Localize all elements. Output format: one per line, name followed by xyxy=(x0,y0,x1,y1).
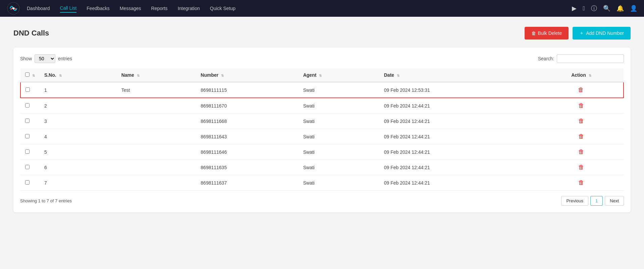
table-row: 1 Test 8698111115 Swati 09 Feb 2024 12:5… xyxy=(20,82,624,98)
row-agent: Swati xyxy=(299,144,379,160)
delete-button[interactable]: 🗑 xyxy=(578,118,584,125)
page-container: DND Calls 🗑 Bulk Delete ＋ Add DND Number… xyxy=(0,17,644,222)
sort-arrows-sno[interactable]: ⇅ xyxy=(59,74,62,77)
show-label: Show xyxy=(20,56,32,61)
search-label: Search: xyxy=(538,56,554,61)
row-checkbox[interactable] xyxy=(25,119,30,123)
page-1-button[interactable]: 1 xyxy=(590,196,603,206)
add-dnd-button[interactable]: ＋ Add DND Number xyxy=(573,27,631,40)
table-row: 7 8698111637 Swati 09 Feb 2024 12:44:21 … xyxy=(20,175,624,191)
row-action: 🗑 xyxy=(539,114,624,129)
row-agent: Swati xyxy=(299,114,379,129)
delete-button[interactable]: 🗑 xyxy=(578,179,584,186)
row-checkbox[interactable] xyxy=(25,165,30,169)
row-date: 09 Feb 2024 12:44:21 xyxy=(379,175,539,191)
nav-feedbacks[interactable]: Feedbacks xyxy=(87,4,109,12)
row-name xyxy=(117,129,196,144)
row-sno: 3 xyxy=(40,114,117,129)
th-number: Number ⇅ xyxy=(196,68,298,82)
bulk-delete-button[interactable]: 🗑 Bulk Delete xyxy=(525,27,569,40)
search-input[interactable] xyxy=(557,54,624,63)
table-head: ⇅ S.No. ⇅ Name ⇅ Number ⇅ Ag xyxy=(20,68,624,82)
header-actions: 🗑 Bulk Delete ＋ Add DND Number xyxy=(525,27,631,40)
row-date: 09 Feb 2024 12:44:21 xyxy=(379,129,539,144)
search-box: Search: xyxy=(538,54,624,63)
table-row: 2 8698111670 Swati 09 Feb 2024 12:44:21 … xyxy=(20,98,624,114)
row-agent: Swati xyxy=(299,129,379,144)
row-number: 8698111635 xyxy=(196,160,298,175)
row-date: 09 Feb 2024 12:44:21 xyxy=(379,98,539,114)
show-entries: Show 10 25 50 100 entries xyxy=(20,54,72,63)
sort-arrows-agent[interactable]: ⇅ xyxy=(319,74,322,77)
table-controls: Show 10 25 50 100 entries Search: xyxy=(20,54,624,63)
row-sno: 2 xyxy=(40,98,117,114)
select-all-checkbox[interactable] xyxy=(25,72,30,77)
previous-button[interactable]: Previous xyxy=(561,196,588,206)
row-checkbox[interactable] xyxy=(25,134,30,138)
apple-icon[interactable]:  xyxy=(583,5,585,12)
row-number: 8698111643 xyxy=(196,129,298,144)
delete-button[interactable]: 🗑 xyxy=(578,102,584,109)
svg-point-1 xyxy=(12,7,14,9)
sort-arrows-date[interactable]: ⇅ xyxy=(397,74,399,77)
th-sno: S.No. ⇅ xyxy=(40,68,117,82)
row-checkbox[interactable] xyxy=(25,103,30,108)
page-header: DND Calls 🗑 Bulk Delete ＋ Add DND Number xyxy=(13,27,631,40)
delete-button[interactable]: 🗑 xyxy=(578,133,584,140)
row-checkbox-cell xyxy=(20,144,40,160)
row-number: 8698111668 xyxy=(196,114,298,129)
row-number: 8698111646 xyxy=(196,144,298,160)
nav-dashboard[interactable]: Dashboard xyxy=(27,4,50,12)
row-name xyxy=(117,160,196,175)
row-sno: 4 xyxy=(40,129,117,144)
row-checkbox-cell xyxy=(20,175,40,191)
row-agent: Swati xyxy=(299,175,379,191)
row-name: Test xyxy=(117,82,196,98)
table-body: 1 Test 8698111115 Swati 09 Feb 2024 12:5… xyxy=(20,82,624,191)
row-action: 🗑 xyxy=(539,144,624,160)
nav-quick-setup[interactable]: Quick Setup xyxy=(210,4,235,12)
th-name: Name ⇅ xyxy=(117,68,196,82)
row-checkbox-cell xyxy=(20,114,40,129)
row-action: 🗑 xyxy=(539,175,624,191)
android-icon[interactable]: ▶ xyxy=(572,5,577,12)
plus-icon: ＋ xyxy=(579,30,584,36)
row-action: 🗑 xyxy=(539,160,624,175)
row-checkbox[interactable] xyxy=(25,149,30,154)
user-icon[interactable]: 👤 xyxy=(630,5,637,12)
nav-icons: ▶  ⓘ 🔍 🔔 👤 xyxy=(572,4,637,12)
sort-arrows-checkbox: ⇅ xyxy=(32,74,35,77)
th-action: Action ⇅ xyxy=(539,68,624,82)
row-checkbox[interactable] xyxy=(25,180,30,185)
delete-button[interactable]: 🗑 xyxy=(578,148,584,155)
table-row: 6 8698111635 Swati 09 Feb 2024 12:44:21 … xyxy=(20,160,624,175)
row-number: 8698111115 xyxy=(196,82,298,98)
nav-messages[interactable]: Messages xyxy=(120,4,141,12)
logo[interactable] xyxy=(7,2,20,15)
th-date: Date ⇅ xyxy=(379,68,539,82)
row-checkbox-cell xyxy=(20,160,40,175)
row-date: 09 Feb 2024 12:53:31 xyxy=(379,82,539,98)
delete-button[interactable]: 🗑 xyxy=(578,86,584,93)
row-name xyxy=(117,175,196,191)
sort-arrows-action[interactable]: ⇅ xyxy=(589,74,591,77)
row-agent: Swati xyxy=(299,82,379,98)
row-action: 🗑 xyxy=(539,98,624,114)
delete-button[interactable]: 🗑 xyxy=(578,164,584,171)
next-button[interactable]: Next xyxy=(605,196,624,206)
search-icon[interactable]: 🔍 xyxy=(603,5,610,12)
row-name xyxy=(117,114,196,129)
row-name xyxy=(117,98,196,114)
table-footer: Showing 1 to 7 of 7 entries Previous 1 N… xyxy=(20,196,624,206)
nav-integration[interactable]: Integration xyxy=(178,4,200,12)
entries-select[interactable]: 10 25 50 100 xyxy=(35,54,55,63)
bell-icon[interactable]: 🔔 xyxy=(616,5,624,12)
sort-arrows-number[interactable]: ⇅ xyxy=(221,74,224,77)
sort-arrows-name[interactable]: ⇅ xyxy=(137,74,140,77)
nav-call-list[interactable]: Call List xyxy=(60,4,77,13)
help-icon[interactable]: ⓘ xyxy=(591,4,597,12)
row-checkbox[interactable] xyxy=(25,87,30,92)
nav-reports[interactable]: Reports xyxy=(151,4,168,12)
row-name xyxy=(117,144,196,160)
row-action: 🗑 xyxy=(539,129,624,144)
